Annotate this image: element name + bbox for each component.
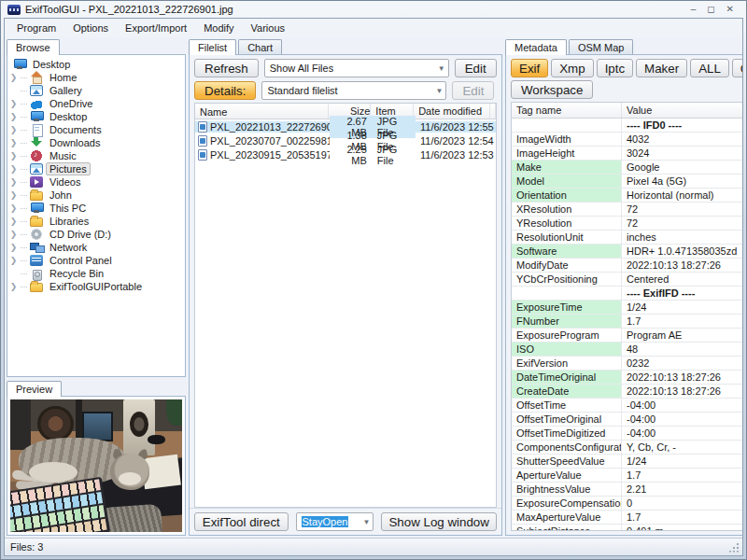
metadata-filter-exif[interactable]: Exif xyxy=(511,59,548,77)
column-tag-name[interactable]: Tag name xyxy=(512,103,622,118)
tab-metadata[interactable]: Metadata xyxy=(505,39,567,55)
metadata-row[interactable]: MaxApertureValue1.7 xyxy=(512,511,742,525)
chevron-right-icon[interactable]: ❯ xyxy=(9,99,18,108)
maximize-icon[interactable]: ◻ xyxy=(707,5,714,14)
metadata-row[interactable]: CreateDate2022:10:13 18:27:26 xyxy=(512,385,742,399)
metadata-row[interactable]: OffsetTime-04:00 xyxy=(512,399,742,413)
tree-item-home[interactable]: ❯Home xyxy=(9,71,185,84)
metadata-row[interactable]: ExposureProgramProgram AE xyxy=(512,329,742,343)
metadata-row[interactable]: ShutterSpeedValue1/24 xyxy=(512,455,742,469)
metadata-row[interactable]: ExposureTime1/24 xyxy=(512,301,742,315)
tree-item-videos[interactable]: ❯Videos xyxy=(9,175,185,189)
chevron-right-icon[interactable]: ❯ xyxy=(9,164,18,174)
tree-item-recycle-bin[interactable]: Recycle Bin xyxy=(9,267,185,280)
metadata-filter-custom[interactable]: Custom xyxy=(732,59,742,77)
chevron-right-icon[interactable]: ❯ xyxy=(9,217,18,226)
tree-item-control-panel[interactable]: ❯Control Panel xyxy=(9,254,185,267)
metadata-row[interactable]: ---- IFD0 ---- xyxy=(512,119,742,133)
chevron-right-icon[interactable]: ❯ xyxy=(9,112,18,121)
tree-item-music[interactable]: ❯Music xyxy=(9,149,185,162)
file-filter-combo[interactable]: Show All Files ▼ xyxy=(264,59,449,77)
metadata-filter-all[interactable]: ALL xyxy=(690,59,729,77)
tab-filelist[interactable]: Filelist xyxy=(189,39,236,55)
chevron-right-icon[interactable]: ❯ xyxy=(9,151,18,161)
chevron-right-icon[interactable]: ❯ xyxy=(9,256,18,265)
metadata-row[interactable]: ImageWidth4032 xyxy=(512,133,742,147)
tree-item-exiftoolguiportable[interactable]: ❯ExifToolGUIPortable xyxy=(9,280,185,293)
metadata-row[interactable]: DateTimeOriginal2022:10:13 18:27:26 xyxy=(512,371,742,385)
chevron-right-icon[interactable]: ❯ xyxy=(9,138,18,147)
tree-item-network[interactable]: ❯Network xyxy=(9,241,185,254)
chevron-right-icon[interactable]: ❯ xyxy=(9,243,18,252)
tree-item-gallery[interactable]: Gallery xyxy=(9,84,185,97)
metadata-filter-maker[interactable]: Maker xyxy=(636,59,687,77)
chevron-right-icon[interactable]: ❯ xyxy=(9,177,18,187)
metadata-row[interactable]: OffsetTimeOriginal-04:00 xyxy=(512,413,742,427)
tab-browse[interactable]: Browse xyxy=(7,39,60,55)
close-icon[interactable]: ✕ xyxy=(726,5,734,14)
menu-item-program[interactable]: Program xyxy=(8,20,64,36)
chevron-right-icon[interactable]: ❯ xyxy=(9,282,18,291)
metadata-row[interactable]: MakeGoogle xyxy=(512,161,742,175)
tree-item-john[interactable]: ❯John xyxy=(9,189,185,202)
metadata-row[interactable]: YResolution72 xyxy=(512,217,742,231)
chevron-right-icon[interactable]: ❯ xyxy=(9,230,18,239)
metadata-filter-xmp[interactable]: Xmp xyxy=(551,59,593,77)
metadata-row[interactable]: ISO48 xyxy=(512,343,742,357)
tree-item-desktop[interactable]: ❯Desktop xyxy=(9,110,185,123)
tree-item-downloads[interactable]: ❯Downloads xyxy=(9,136,185,149)
workspace-button[interactable]: Workspace xyxy=(511,80,593,99)
metadata-row[interactable]: OrientationHorizontal (normal) xyxy=(512,189,742,203)
exiftool-direct-button[interactable]: ExifTool direct xyxy=(194,512,289,531)
menu-item-options[interactable]: Options xyxy=(64,20,117,36)
details-button[interactable]: Details: xyxy=(194,81,256,100)
chevron-right-icon[interactable]: ❯ xyxy=(9,190,18,200)
menu-item-export-import[interactable]: Export/Import xyxy=(117,20,195,36)
metadata-row[interactable]: OffsetTimeDigitized-04:00 xyxy=(512,427,742,441)
metadata-row[interactable]: ---- ExifIFD ---- xyxy=(512,287,742,301)
chevron-right-icon[interactable]: ❯ xyxy=(9,73,18,82)
metadata-row[interactable]: ResolutionUnitinches xyxy=(512,231,742,245)
file-row[interactable]: PXL_20230915_2053519782.25 MBJPG File11/… xyxy=(195,147,496,161)
tree-item-libraries[interactable]: ❯Libraries xyxy=(9,215,185,228)
metadata-row[interactable]: YCbCrPositioningCentered xyxy=(512,273,742,287)
metadata-row[interactable]: ModelPixel 4a (5G) xyxy=(512,175,742,189)
tree-item-onedrive[interactable]: ❯OneDrive xyxy=(9,97,185,110)
metadata-row[interactable]: FNumber1.7 xyxy=(512,315,742,329)
metadata-row[interactable]: ImageHeight3024 xyxy=(512,147,742,161)
minimize-icon[interactable]: – xyxy=(691,5,697,14)
metadata-row[interactable]: ExposureCompensation0 xyxy=(512,497,742,511)
metadata-filter-iptc[interactable]: Iptc xyxy=(597,59,633,77)
menu-item-various[interactable]: Various xyxy=(243,20,293,36)
edit-preset-button[interactable]: Edit xyxy=(452,81,494,100)
tab-osm-map[interactable]: OSM Map xyxy=(569,39,634,55)
metadata-row[interactable]: ExifVersion0232 xyxy=(512,357,742,371)
metadata-table-header[interactable]: Tag name Value xyxy=(512,103,742,119)
filelist-preset-combo[interactable]: Standard filelist ▼ xyxy=(261,81,446,100)
metadata-row[interactable]: ModifyDate2022:10:13 18:27:26 xyxy=(512,259,742,273)
metadata-row[interactable]: SubjectDistance0.491 m xyxy=(512,525,742,530)
tree-item-this-pc[interactable]: ❯This PC xyxy=(9,202,185,215)
tree-item-pictures[interactable]: ❯Pictures xyxy=(9,162,185,175)
chevron-right-icon[interactable]: ❯ xyxy=(9,125,18,134)
tab-preview[interactable]: Preview xyxy=(7,381,62,397)
metadata-row[interactable]: ApertureValue1.7 xyxy=(512,469,742,483)
refresh-button[interactable]: Refresh xyxy=(194,59,259,77)
column-name[interactable]: Name xyxy=(195,104,329,119)
metadata-row[interactable]: BrightnessValue2.21 xyxy=(512,483,742,497)
titlebar[interactable]: ExifToolGUI - PXL_20221013_222726901.jpg… xyxy=(4,1,743,18)
tree-item-cd-drive-d-[interactable]: ❯CD Drive (D:) xyxy=(9,228,185,241)
metadata-row[interactable]: SoftwareHDR+ 1.0.471358035zd xyxy=(512,245,742,259)
menu-item-modify[interactable]: Modify xyxy=(195,20,242,36)
show-log-button[interactable]: Show Log window xyxy=(381,512,497,531)
metadata-row[interactable]: ComponentsConfigurationY, Cb, Cr, - xyxy=(512,441,742,455)
stayopen-combo[interactable]: StayOpen ▼ xyxy=(296,512,374,531)
chevron-right-icon[interactable]: ❯ xyxy=(9,203,18,213)
tree-item-desktop[interactable]: Desktop xyxy=(9,58,185,71)
metadata-row[interactable]: XResolution72 xyxy=(512,203,742,217)
resize-grip-icon[interactable] xyxy=(728,542,739,553)
column-value[interactable]: Value xyxy=(622,103,742,118)
column-date-modified[interactable]: Date modified xyxy=(414,104,490,119)
edit-filter-button[interactable]: Edit xyxy=(455,59,497,77)
tab-chart[interactable]: Chart xyxy=(238,39,282,55)
